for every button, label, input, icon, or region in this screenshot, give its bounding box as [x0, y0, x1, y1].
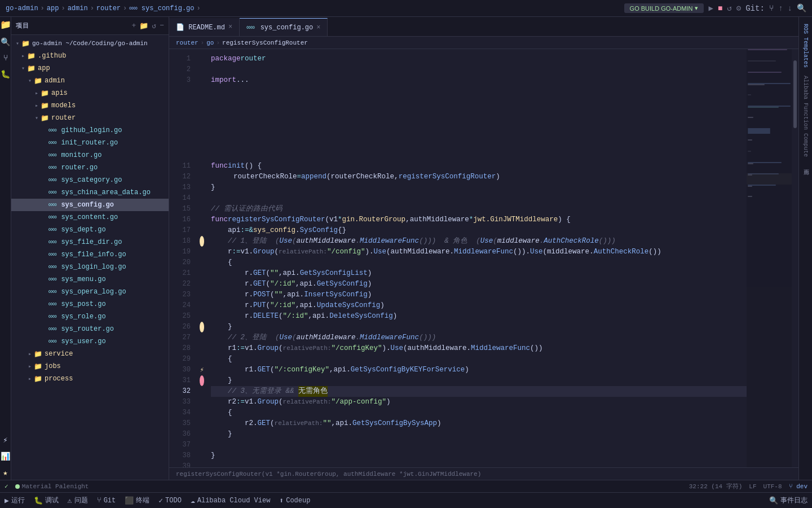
tree-sys-category[interactable]: ∞∞ sys_category.go — [11, 174, 169, 186]
monitor-icon: ∞∞ — [48, 151, 56, 159]
tab-bar: 📄 README.md × ∞∞ sys_config.go × — [169, 17, 798, 37]
tree-sys-dept[interactable]: ∞∞ sys_dept.go — [11, 224, 169, 236]
gutter-arrow: ⚡ — [200, 366, 204, 374]
position-label[interactable]: 32:22 (14 字符) — [689, 482, 743, 491]
debug-side-icon[interactable]: 🐛 — [1, 69, 10, 79]
app-folder-icon: 📁 — [27, 64, 36, 73]
sys-menu-icon: ∞∞ — [48, 275, 56, 283]
check-icon: ✓ — [5, 483, 8, 490]
star-icon[interactable]: ★ — [3, 468, 7, 478]
code-line-3: import ... — [211, 75, 747, 86]
data-icon[interactable]: 📊 — [1, 452, 10, 461]
tree-github[interactable]: ▸ 📁 .github — [11, 50, 169, 62]
tree-root[interactable]: ▾ 📁 go-admin ~/Code/Coding/go-admin — [11, 37, 169, 50]
search-icon[interactable]: 🔍 — [797, 3, 806, 13]
code-line-28: r1 := v1.Group( relativePath: "/configKe… — [211, 343, 747, 354]
events-toolbar-item[interactable]: 🔍 事件日志 — [769, 496, 807, 505]
jobs-folder-icon: 📁 — [34, 362, 42, 371]
dropdown-icon[interactable]: ▾ — [695, 5, 698, 12]
tree-router-go[interactable]: ∞∞ router.go — [11, 161, 169, 174]
tree-admin[interactable]: ▾ 📁 admin — [11, 75, 169, 87]
collapse-icon[interactable]: − — [160, 21, 164, 30]
code-line-32: // 3、无需登录 && 无需角色 — [211, 386, 747, 397]
sidebar-title: 项目 — [16, 21, 29, 30]
tree-init-router[interactable]: ∞∞ init_router.go — [11, 137, 169, 149]
scrollbar-thumb[interactable] — [793, 60, 797, 128]
stop-icon[interactable]: ■ — [718, 4, 722, 13]
tree-router[interactable]: ▾ 📁 router — [11, 112, 169, 124]
code-line-18: // 1、登陆 (Use(authMiddleware.MiddlewareFu… — [211, 236, 747, 247]
svg-rect-1 — [748, 60, 776, 62]
branch-label[interactable]: ⑂ dev — [789, 483, 807, 490]
tree-jobs[interactable]: ▸ 📁 jobs — [11, 360, 169, 373]
todo-toolbar-item[interactable]: ✓ TODO — [158, 496, 182, 505]
filetype-label[interactable]: UTF-8 — [764, 483, 782, 490]
tree-process[interactable]: ▸ 📁 process — [11, 373, 169, 385]
readme-close-btn[interactable]: × — [228, 23, 232, 31]
apis-label: apis — [51, 89, 68, 97]
encoding-label[interactable]: LF — [749, 483, 756, 490]
new-file-icon[interactable]: + — [132, 21, 136, 30]
tree-github-login[interactable]: ∞∞ github_login.go — [11, 124, 169, 137]
process-arrow: ▸ — [26, 375, 34, 382]
root-folder-icon: 📁 — [21, 40, 30, 48]
code-line-30: r1.GET("/:configKey", api.GetSysConfigBy… — [211, 365, 747, 375]
tab-readme[interactable]: 📄 README.md × — [169, 18, 240, 36]
right-panel-fc[interactable]: Alibaba Function Compute — [801, 73, 810, 159]
tree-sys-content[interactable]: ∞∞ sys_content.go — [11, 211, 169, 224]
code-line-17: api := &sys_config.SysConfig{} — [211, 225, 747, 236]
tree-sys-opera-log[interactable]: ∞∞ sys_opera_log.go — [11, 286, 169, 298]
sys-user-label: sys_user.go — [61, 338, 105, 345]
right-panel-gallery[interactable]: 画廊 — [801, 163, 811, 167]
alibaba-toolbar-item[interactable]: ☁ Alibaba Cloud View — [191, 496, 270, 505]
code-content[interactable]: package router import ... func init() { … — [206, 49, 747, 467]
tree-sys-post[interactable]: ∞∞ sys_post.go — [11, 298, 169, 310]
run-toolbar-item[interactable]: ▶ 运行 — [5, 496, 25, 505]
scrollbar-track[interactable] — [792, 49, 798, 467]
tree-sys-router[interactable]: ∞∞ sys_router.go — [11, 323, 169, 335]
status-theme[interactable]: Material Palenight — [15, 483, 89, 490]
tree-sys-config[interactable]: ∞∞ sys_config.go — [11, 199, 169, 211]
codeup-toolbar-item[interactable]: ⬆ Codeup — [279, 496, 310, 505]
tree-apis[interactable]: ▸ 📁 apis — [11, 87, 169, 99]
tree-monitor[interactable]: ∞∞ monitor.go — [11, 149, 169, 161]
extensions-icon[interactable]: ⚡ — [3, 435, 7, 445]
explorer-icon[interactable]: 📁 — [0, 19, 11, 30]
reload-icon[interactable]: ↺ — [727, 3, 731, 13]
apis-folder-icon: 📁 — [41, 89, 49, 98]
new-folder-icon[interactable]: 📁 — [139, 21, 148, 30]
tree-sys-user[interactable]: ∞∞ sys_user.go — [11, 335, 169, 348]
tree-sys-file-dir[interactable]: ∞∞ sys_file_dir.go — [11, 236, 169, 248]
play-icon[interactable]: ▶ — [708, 3, 713, 13]
settings-icon[interactable]: ⚙ — [736, 3, 741, 13]
editor-area: 📄 README.md × ∞∞ sys_config.go × router … — [169, 17, 798, 480]
code-line-36: } — [211, 429, 747, 440]
refresh-icon[interactable]: ↺ — [152, 21, 156, 30]
git-push-icon[interactable]: ↑ — [778, 4, 783, 13]
search-side-icon[interactable]: 🔍 — [1, 37, 10, 47]
tree-sys-china[interactable]: ∞∞ sys_china_area_data.go — [11, 186, 169, 199]
svg-rect-21 — [748, 185, 776, 186]
problems-toolbar-item[interactable]: ⚠ 问题 — [68, 496, 88, 505]
tab-sys-config[interactable]: ∞∞ sys_config.go × — [240, 18, 328, 36]
tree-app[interactable]: ▾ 📁 app — [11, 62, 169, 75]
debug-toolbar-item[interactable]: 🐛 调试 — [34, 496, 59, 505]
bc-func-item: registerSysConfigRouter — [222, 40, 308, 46]
git-side-icon[interactable]: ⑂ — [3, 54, 8, 63]
tree-sys-login-log[interactable]: ∞∞ sys_login_log.go — [11, 261, 169, 273]
tree-sys-role[interactable]: ∞∞ sys_role.go — [11, 310, 169, 323]
run-config-button[interactable]: GO BUILD GO-ADMIN ▾ — [624, 3, 704, 13]
minimap — [747, 49, 792, 467]
sys-config-close-btn[interactable]: × — [316, 24, 320, 32]
bc-router: router — [96, 5, 121, 12]
svg-rect-8 — [748, 117, 753, 118]
git-toolbar-item[interactable]: ⑂ Git — [97, 496, 116, 505]
tree-models[interactable]: ▸ 📁 models — [11, 99, 169, 112]
terminal-toolbar-item[interactable]: ⬛ 终端 — [125, 496, 149, 505]
git-pull-icon[interactable]: ↓ — [788, 4, 792, 13]
status-check: ✓ — [5, 483, 8, 490]
right-panel-ros[interactable]: ROS Templates — [801, 21, 810, 70]
tree-sys-menu[interactable]: ∞∞ sys_menu.go — [11, 273, 169, 286]
tree-sys-file-info[interactable]: ∞∞ sys_file_info.go — [11, 248, 169, 261]
tree-service[interactable]: ▸ 📁 service — [11, 348, 169, 360]
